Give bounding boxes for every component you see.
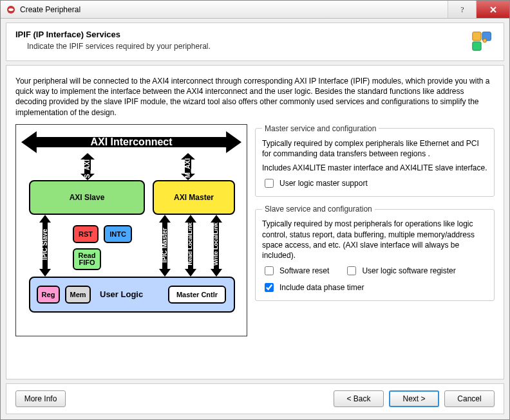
page-title: IPIF (IP Interface) Services [15, 30, 470, 39]
slave-legend: Slave service and configuration [262, 205, 375, 214]
software-reset-label[interactable]: Software reset [262, 264, 329, 277]
more-info-button[interactable]: More Info [15, 390, 66, 407]
svg-rect-2 [473, 32, 481, 41]
software-reset-checkbox[interactable] [265, 266, 274, 275]
user-logic-software-register-label[interactable]: User logic software register [345, 264, 455, 277]
wizard-header: IPIF (IP Interface) Services Indicate th… [6, 23, 504, 61]
next-button[interactable]: Next > [389, 390, 439, 407]
intro-text: Your peripheral will be connected to the… [15, 76, 495, 118]
user-logic-master-support-label[interactable]: User logic master support [262, 177, 368, 190]
svg-text:?: ? [460, 5, 464, 14]
include-data-phase-timer-checkbox[interactable] [265, 283, 274, 292]
axi-master-box: AXI Master [153, 180, 235, 215]
master-desc-1: Typically required by complex peripheral… [262, 138, 487, 159]
slave-service-group: Slave service and configuration Typicall… [255, 205, 495, 301]
slave-desc: Typically required by most peripherals f… [262, 219, 487, 260]
mem-box: Mem [65, 286, 91, 304]
ipic-master-label: IPIC Master [161, 228, 168, 262]
master-desc-2: Includes AXI4LITE master interface and A… [262, 163, 487, 173]
write-locallink-label: Write LocalLink [212, 223, 219, 266]
help-button[interactable]: ? [448, 1, 476, 18]
close-button[interactable] [476, 1, 509, 18]
axi-slave-label: AXI Slave [70, 193, 105, 202]
page-subtitle: Indicate the IPIF services required by y… [27, 42, 470, 51]
read-locallink-label: Read LocalLink [187, 223, 193, 266]
title-bar: Create Peripheral ? [1, 1, 509, 19]
app-icon [6, 5, 16, 15]
master-legend: Master service and configuration [262, 124, 379, 133]
puzzle-icon [470, 30, 495, 54]
interconnect-label: AXI Interconnect [21, 136, 241, 148]
ipic-slave-label: IPIC Slave [41, 229, 48, 260]
reg-box: Reg [37, 286, 60, 304]
include-data-phase-timer-label[interactable]: Include data phase timer [262, 281, 364, 294]
master-cntlr-box: Master Cntlr [168, 286, 226, 304]
s-axi-label: S_AXI [84, 160, 91, 178]
intc-box: INTC [104, 225, 132, 243]
axi-slave-box: AXI Slave [29, 180, 145, 215]
user-logic-label: User Logic [100, 289, 143, 299]
axi-master-label: AXI Master [174, 193, 214, 202]
back-button[interactable]: < Back [334, 390, 384, 407]
m-axi-label: M_AXI [184, 158, 191, 178]
master-service-group: Master service and configuration Typical… [255, 124, 495, 197]
window-title: Create Peripheral [20, 5, 448, 14]
rst-box: RST [73, 225, 99, 243]
user-logic-software-register-checkbox[interactable] [347, 266, 356, 275]
svg-point-5 [483, 39, 487, 42]
ipif-diagram: AXI Interconnect S_AXI M_AXI AXI Slave A… [15, 124, 247, 336]
wizard-footer: More Info < Back Next > Cancel [6, 383, 504, 414]
svg-rect-4 [473, 42, 481, 50]
cancel-button[interactable]: Cancel [444, 390, 495, 407]
user-logic-master-support-checkbox[interactable] [265, 179, 274, 188]
content-area: Your peripheral will be connected to the… [6, 65, 504, 379]
read-fifo-box: Read FIFO [73, 248, 101, 270]
